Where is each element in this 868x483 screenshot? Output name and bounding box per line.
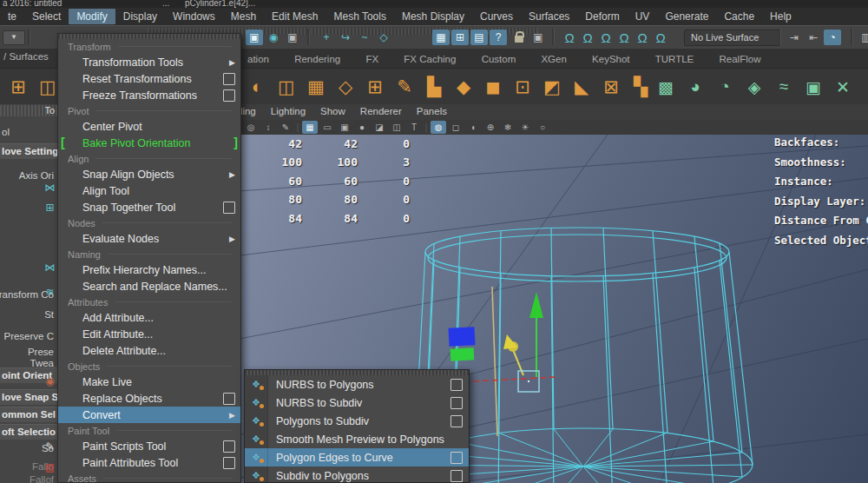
- resolution-gate-icon[interactable]: ▣: [337, 121, 352, 134]
- grid-toggle-icon[interactable]: ▦: [302, 121, 318, 134]
- lattice-points-icon[interactable]: ⊞: [451, 30, 469, 45]
- menu-uv[interactable]: UV: [628, 9, 658, 24]
- option-box-icon[interactable]: [223, 393, 235, 405]
- shelf-tab-fx[interactable]: FX: [354, 51, 390, 67]
- blocks-icon[interactable]: ▚: [628, 74, 654, 100]
- menu-item-center-pivot[interactable]: Center Pivot: [58, 118, 240, 135]
- menu-item-replace-objects[interactable]: Replace Objects: [58, 390, 240, 407]
- snap-tool-icon[interactable]: ≋: [43, 285, 56, 298]
- submenu-item-nurbs-to-polygons[interactable]: ❖ NURBS to Polygons: [245, 375, 469, 394]
- menu-item-convert[interactable]: Convert▶: [58, 407, 240, 423]
- menu-curves[interactable]: Curves: [472, 9, 521, 24]
- snap-viewplane-icon[interactable]: Ω: [634, 30, 651, 45]
- poly-cylinders-icon[interactable]: ◫: [273, 74, 299, 100]
- pan-zoom-icon[interactable]: ↕: [260, 121, 276, 134]
- xray-icon[interactable]: ○: [535, 121, 550, 134]
- lock-icon[interactable]: [510, 30, 528, 45]
- rf-surface2-icon[interactable]: ◔: [712, 74, 738, 100]
- shelf-tab-animation-fragment[interactable]: ation: [236, 51, 280, 67]
- poly-sphere-icon[interactable]: ◐: [244, 74, 270, 100]
- shelf-tab-keyshot[interactable]: KeyShot: [581, 51, 641, 67]
- poly-cube-solid-icon[interactable]: ◼: [480, 74, 506, 100]
- common-selection-header[interactable]: ommon Sel: [0, 407, 58, 422]
- panel-menu-panels[interactable]: Panels: [417, 106, 447, 116]
- panel-menu-lighting[interactable]: Lighting: [271, 106, 306, 116]
- menu-item-add-attribute[interactable]: Add Attribute...: [58, 309, 240, 326]
- menu-item-paint-scripts-tool[interactable]: Paint Scripts Tool: [58, 438, 240, 454]
- option-box-icon[interactable]: [450, 397, 463, 409]
- option-box-icon[interactable]: [223, 73, 235, 85]
- snap-point-icon[interactable]: Ω: [597, 30, 615, 45]
- move-manipulator[interactable]: [503, 292, 543, 392]
- soft-selection-header[interactable]: oft Selectio: [0, 424, 58, 440]
- panel-menu-show[interactable]: Show: [320, 106, 345, 116]
- corner-bevel-icon[interactable]: ◣: [569, 74, 595, 100]
- help-icon[interactable]: ?: [490, 30, 507, 45]
- shadows-icon[interactable]: ⊕: [483, 121, 498, 134]
- poly-extrude-icon[interactable]: ▙: [421, 74, 447, 100]
- snap-grid-icon[interactable]: Ω: [561, 30, 578, 45]
- menu-set-selector[interactable]: ▼: [3, 30, 25, 45]
- option-box-icon[interactable]: [450, 379, 463, 391]
- menu-deform[interactable]: Deform: [577, 9, 627, 24]
- status-separator[interactable]: [779, 29, 781, 45]
- status-separator[interactable]: [307, 29, 310, 45]
- menu-windows[interactable]: Windows: [165, 9, 223, 24]
- shelf-tab-xgen[interactable]: XGen: [529, 51, 577, 67]
- submenu-item-polygons-to-subdiv[interactable]: ❖ Polygons to Subdiv: [245, 412, 469, 430]
- menu-mesh-tools[interactable]: Mesh Tools: [326, 9, 393, 24]
- paint-attributes-icon[interactable]: ▨: [43, 460, 56, 473]
- menu-edit-mesh[interactable]: Edit Mesh: [264, 9, 326, 24]
- menu-item-paint-attributes-tool[interactable]: Paint Attributes Tool: [58, 454, 240, 471]
- knife-tool-icon[interactable]: ✎: [391, 74, 418, 100]
- snap-surface-icon[interactable]: Ω: [652, 30, 669, 45]
- snap-align-icon[interactable]: ⋈: [43, 261, 56, 274]
- lattice-icon[interactable]: ▦: [432, 30, 450, 45]
- submenu-item-polygon-edges-to-curve[interactable]: ❖ Polygon Edges to Curve: [245, 448, 469, 466]
- menu-item-bake-pivot-orientation[interactable]: [ Bake Pivot Orientation ]: [58, 135, 240, 151]
- select-object-icon[interactable]: ◉: [265, 30, 282, 45]
- select-cursor-icon[interactable]: ▣: [529, 30, 547, 45]
- submenu-item-smooth-mesh-preview-to-polygons[interactable]: ❖ Smooth Mesh Preview to Polygons: [245, 430, 469, 448]
- rf-cross-icon[interactable]: ✕: [830, 74, 856, 100]
- menu-item-delete-attribute[interactable]: Delete Attribute...: [58, 342, 240, 359]
- wireframe-shaded-icon[interactable]: ◍: [431, 121, 446, 134]
- input-connections-icon[interactable]: ⇥: [786, 30, 803, 45]
- menu-display[interactable]: Display: [115, 9, 165, 24]
- poly-grid-icon[interactable]: ▦: [303, 74, 329, 100]
- menu-item-edit-attribute[interactable]: Edit Attribute...: [58, 326, 240, 342]
- status-separator[interactable]: [851, 29, 853, 45]
- poly-combine-icon[interactable]: ⊞: [362, 74, 388, 100]
- safe-title-icon[interactable]: T: [406, 121, 422, 134]
- submenu-item-subdiv-to-polygons[interactable]: ❖ Subdiv to Polygons: [245, 466, 469, 483]
- shelf-tab-surfaces-fragment[interactable]: / Surfaces: [3, 51, 49, 62]
- rf-surface-icon[interactable]: ◕: [682, 74, 708, 100]
- menu-mesh[interactable]: Mesh: [223, 9, 264, 24]
- shelf-tab-turtle[interactable]: TURTLE: [644, 51, 706, 67]
- edge-frame-icon[interactable]: ◩: [539, 74, 565, 100]
- soft-curve-icon[interactable]: ~: [356, 30, 373, 45]
- menu-item-evaluate-nodes[interactable]: Evaluate Nodes▶: [58, 230, 240, 247]
- bookmark-pencil-icon[interactable]: ✎: [278, 121, 293, 134]
- modeling-toolkit-icon[interactable]: ▥: [858, 30, 868, 45]
- menu-surfaces[interactable]: Surfaces: [521, 9, 577, 24]
- select-hierarchy-icon[interactable]: ▣: [246, 30, 263, 45]
- safe-action-icon[interactable]: ◫: [389, 121, 404, 134]
- curve-corner-icon[interactable]: ↪: [337, 30, 354, 45]
- poly-cube-icon[interactable]: ⊞: [5, 74, 31, 100]
- snap-center-icon[interactable]: Ω: [615, 30, 633, 45]
- live-surface-field[interactable]: No Live Surface: [684, 30, 780, 46]
- construction-history-icon[interactable]: ◔: [824, 30, 841, 45]
- status-separator[interactable]: [552, 29, 555, 45]
- option-box-icon[interactable]: [450, 452, 463, 464]
- option-box-icon[interactable]: [223, 89, 235, 102]
- select-component-icon[interactable]: ▣: [284, 30, 301, 45]
- rf-plane-icon[interactable]: ▩: [653, 74, 679, 100]
- gate-mask-icon[interactable]: ●: [354, 121, 370, 134]
- tool-settings-title[interactable]: To: [0, 105, 57, 116]
- menu-item-transformation-tools[interactable]: Transformation Tools▶: [58, 54, 240, 70]
- textured-icon[interactable]: ◻: [448, 121, 464, 134]
- shelf-tab-fx-caching[interactable]: FX Caching: [392, 51, 467, 67]
- snap-together-icon[interactable]: ⊞: [43, 201, 56, 214]
- menu-item-snap-align-objects[interactable]: Snap Align Objects▶: [58, 166, 240, 182]
